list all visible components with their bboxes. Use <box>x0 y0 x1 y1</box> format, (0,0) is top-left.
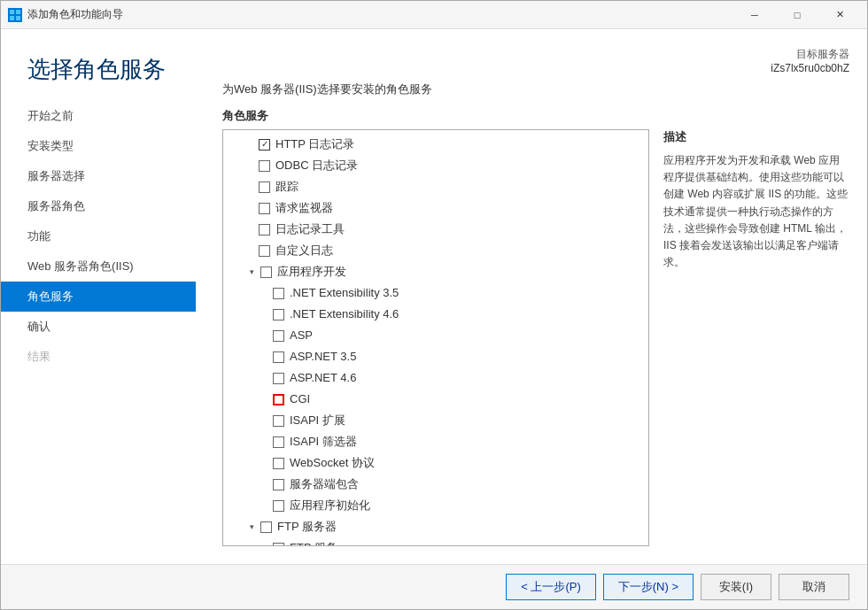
titlebar: 添加角色和功能向导 ─ □ ✕ <box>1 1 867 29</box>
aspnet35-label: ASP.NET 3.5 <box>290 348 356 366</box>
req-monitor-label: 请求监视器 <box>275 199 333 217</box>
main-instruction: 为Web 服务器(IIS)选择要安装的角色服务 <box>222 81 849 97</box>
list-item: .NET Extensibility 3.5 <box>223 282 648 304</box>
list-item: 请求监视器 <box>223 197 648 219</box>
cgi-checkbox[interactable] <box>273 394 284 405</box>
install-button[interactable]: 安装(I) <box>701 574 771 600</box>
custom-log-checkbox[interactable] <box>259 245 270 257</box>
ftp-server-checkbox[interactable] <box>260 521 272 533</box>
trace-checkbox[interactable] <box>259 181 270 193</box>
http-log-checkbox[interactable] <box>259 139 270 151</box>
app-dev-toggle[interactable]: ▾ <box>244 265 259 279</box>
app-dev-checkbox[interactable] <box>260 266 272 278</box>
cancel-button[interactable]: 取消 <box>779 574 849 600</box>
page-title: 选择角色服务 <box>1 47 196 101</box>
nav-features[interactable]: 功能 <box>1 221 196 251</box>
ftp-service-label: FTP 服务 <box>290 539 337 545</box>
list-item: ODBC 日志记录 <box>223 155 648 176</box>
server-side-label: 服务器端包含 <box>290 475 359 493</box>
list-scroll-area[interactable]: HTTP 日志记录 ODBC 日志记录 跟踪 <box>223 130 648 545</box>
list-item: HTTP 日志记录 <box>223 134 648 155</box>
list-item: 服务器端包含 <box>223 474 648 495</box>
description-content: 应用程序开发为开发和承载 Web 应用程序提供基础结构。使用这些功能可以创建 W… <box>663 152 849 271</box>
nav-web-server-role[interactable]: Web 服务器角色(IIS) <box>1 251 196 282</box>
main-window: 添加角色和功能向导 ─ □ ✕ 选择角色服务 开始之前 安装类型 服务器选择 服… <box>0 0 868 610</box>
list-item: ISAPI 扩展 <box>223 410 648 431</box>
websocket-label: WebSocket 协议 <box>290 454 375 472</box>
close-button[interactable]: ✕ <box>819 3 860 27</box>
nav-result: 结果 <box>1 342 196 372</box>
custom-log-label: 自定义日志 <box>275 242 333 259</box>
ftp-server-toggle[interactable]: ▾ <box>244 520 259 534</box>
isapi-ext-checkbox[interactable] <box>273 415 284 427</box>
nav-server-role[interactable]: 服务器角色 <box>1 191 196 221</box>
asp-checkbox[interactable] <box>273 330 284 342</box>
aspnet35-checkbox[interactable] <box>273 351 284 363</box>
isapi-ext-label: ISAPI 扩展 <box>290 412 345 429</box>
list-item: CGI <box>223 389 648 410</box>
window-controls: ─ □ ✕ <box>734 3 860 27</box>
list-label: 角色服务 <box>222 108 849 124</box>
odbc-log-checkbox[interactable] <box>259 160 270 172</box>
description-panel: 描述 应用程序开发为开发和承载 Web 应用程序提供基础结构。使用这些功能可以创… <box>663 129 849 546</box>
svg-rect-0 <box>10 10 14 14</box>
server-info-label: 目标服务器 <box>771 47 849 62</box>
list-item: WebSocket 协议 <box>223 452 648 474</box>
app-init-checkbox[interactable] <box>273 500 284 512</box>
prev-button[interactable]: < 上一步(P) <box>506 574 596 600</box>
app-init-label: 应用程序初始化 <box>290 497 370 514</box>
nav-before-start[interactable]: 开始之前 <box>1 101 196 131</box>
odbc-log-label: ODBC 日志记录 <box>275 157 358 174</box>
net35-checkbox[interactable] <box>273 288 284 299</box>
log-tools-label: 日志记录工具 <box>275 220 345 238</box>
aspnet46-label: ASP.NET 4.6 <box>290 369 356 387</box>
maximize-button[interactable]: □ <box>777 3 818 27</box>
net46-checkbox[interactable] <box>273 309 284 320</box>
svg-rect-1 <box>16 10 20 14</box>
ftp-service-checkbox[interactable] <box>273 543 284 546</box>
asp-label: ASP <box>290 327 313 344</box>
cgi-label: CGI <box>290 390 310 408</box>
list-item: ISAPI 筛选器 <box>223 431 648 452</box>
req-monitor-checkbox[interactable] <box>259 203 270 214</box>
description-title: 描述 <box>663 129 849 145</box>
next-button[interactable]: 下一步(N) > <box>603 574 694 600</box>
left-nav: 选择角色服务 开始之前 安装类型 服务器选择 服务器角色 功能 Web 服务器角… <box>1 29 196 564</box>
list-item: 跟踪 <box>223 176 648 197</box>
aspnet46-checkbox[interactable] <box>273 373 284 384</box>
minimize-button[interactable]: ─ <box>734 3 775 27</box>
net46-label: .NET Extensibility 4.6 <box>290 305 399 323</box>
nav-role-services[interactable]: 角色服务 <box>1 282 196 312</box>
list-item: .NET Extensibility 4.6 <box>223 304 648 325</box>
ftp-server-label: FTP 服务器 <box>277 518 337 536</box>
svg-rect-2 <box>10 16 14 20</box>
list-item: FTP 服务 <box>223 537 648 545</box>
role-services-list: HTTP 日志记录 ODBC 日志记录 跟踪 <box>222 129 649 546</box>
websocket-checkbox[interactable] <box>273 458 284 469</box>
svg-rect-3 <box>16 16 20 20</box>
app-dev-label: 应用程序开发 <box>277 263 346 281</box>
list-item: 日志记录工具 <box>223 219 648 240</box>
nav-confirm[interactable]: 确认 <box>1 312 196 342</box>
list-item: 应用程序初始化 <box>223 495 648 516</box>
server-name: iZs7lx5ru0cb0hZ <box>771 62 849 74</box>
trace-label: 跟踪 <box>275 178 298 196</box>
nav-server-select[interactable]: 服务器选择 <box>1 161 196 191</box>
list-item: ASP <box>223 325 648 346</box>
app-icon <box>8 8 22 22</box>
window-title: 添加角色和功能向导 <box>27 7 734 22</box>
isapi-filter-checkbox[interactable] <box>273 436 284 448</box>
log-tools-checkbox[interactable] <box>259 224 270 236</box>
list-item: 自定义日志 <box>223 240 648 261</box>
list-item: ▾ FTP 服务器 <box>223 516 648 537</box>
nav-install-type[interactable]: 安装类型 <box>1 131 196 161</box>
list-item: ▾ 应用程序开发 <box>223 261 648 282</box>
http-log-label: HTTP 日志记录 <box>275 135 354 153</box>
isapi-filter-label: ISAPI 筛选器 <box>290 433 357 451</box>
server-side-checkbox[interactable] <box>273 479 284 490</box>
list-item: ASP.NET 4.6 <box>223 367 648 389</box>
list-item: ASP.NET 3.5 <box>223 346 648 367</box>
net35-label: .NET Extensibility 3.5 <box>290 284 399 302</box>
footer: < 上一步(P) 下一步(N) > 安装(I) 取消 <box>1 564 867 609</box>
